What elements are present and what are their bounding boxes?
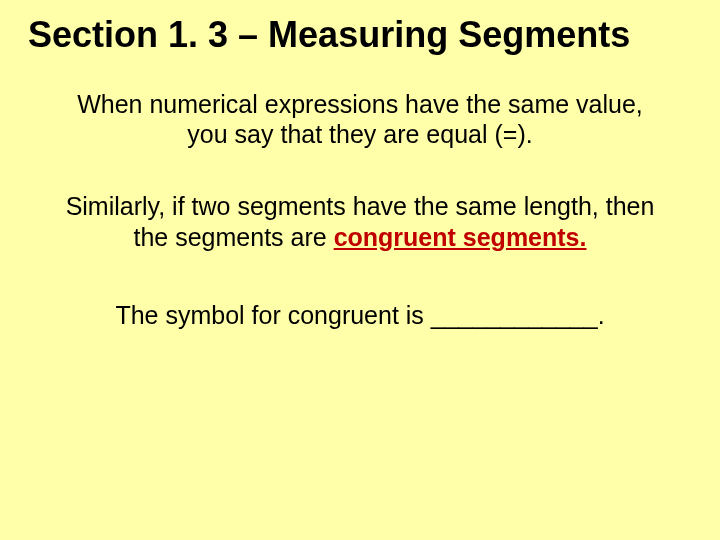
paragraph-congruent-line2a: the segments are bbox=[134, 223, 334, 251]
slide-title: Section 1. 3 – Measuring Segments bbox=[28, 14, 692, 55]
paragraph-congruent-line1: Similarly, if two segments have the same… bbox=[66, 192, 655, 220]
paragraph-equal: When numerical expressions have the same… bbox=[40, 89, 680, 149]
paragraph-symbol: The symbol for congruent is ____________… bbox=[28, 300, 692, 330]
paragraph-equal-line1: When numerical expressions have the same… bbox=[77, 90, 643, 118]
paragraph-equal-line2: you say that they are equal (=). bbox=[187, 120, 532, 148]
paragraph-congruent: Similarly, if two segments have the same… bbox=[30, 191, 690, 252]
congruent-term: congruent segments. bbox=[334, 223, 587, 251]
slide: Section 1. 3 – Measuring Segments When n… bbox=[0, 0, 720, 540]
